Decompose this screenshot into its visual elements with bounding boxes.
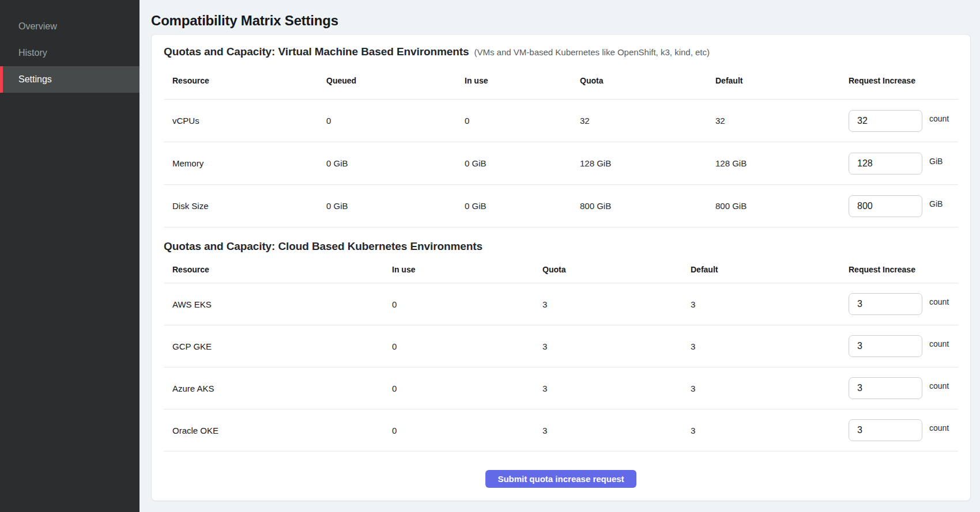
column-header-queued: Queued	[318, 76, 456, 85]
column-header-default: Default	[682, 265, 840, 274]
request-increase-cell: count	[840, 419, 958, 441]
quota-value: 32	[571, 116, 707, 126]
request-increase-cell: count	[840, 293, 958, 315]
vm-section-subtitle: (VMs and VM-based Kubernetes like OpenSh…	[474, 47, 710, 57]
main-content: Compatibility Matrix Settings Quotas and…	[140, 0, 980, 512]
quota-value: 128 GiB	[571, 158, 707, 168]
unit-label: GiB	[929, 157, 943, 166]
in-use-value: 0	[456, 116, 571, 126]
submit-row: Submit quota increase request	[164, 452, 958, 488]
quota-value: 3	[534, 426, 682, 435]
column-header-default: Default	[707, 76, 840, 85]
request-increase-cell: count	[840, 335, 958, 357]
vm-section-header: Quotas and Capacity: Virtual Machine Bas…	[164, 45, 958, 62]
cloud-table: Resource In use Quota Default Request In…	[164, 256, 958, 452]
column-header-request-increase: Request Increase	[840, 265, 958, 274]
in-use-value: 0	[383, 426, 534, 435]
request-increase-cell: count	[840, 377, 958, 399]
resource-label: vCPUs	[164, 116, 318, 126]
gcp-gke-request-input[interactable]	[849, 335, 922, 357]
sidebar: Overview History Settings	[0, 0, 140, 512]
unit-label: count	[929, 339, 949, 348]
table-row-azure-aks: Azure AKS 0 3 3 count	[164, 367, 958, 409]
resource-label: AWS EKS	[164, 299, 383, 309]
default-value: 128 GiB	[707, 158, 840, 168]
default-value: 3	[682, 384, 840, 393]
resource-label: Azure AKS	[164, 384, 383, 393]
oracle-oke-request-input[interactable]	[849, 419, 922, 441]
azure-aks-request-input[interactable]	[849, 377, 922, 399]
quotas-card: Quotas and Capacity: Virtual Machine Bas…	[151, 34, 971, 501]
table-row-aws-eks: AWS EKS 0 3 3 count	[164, 283, 958, 325]
table-row-gcp-gke: GCP GKE 0 3 3 count	[164, 325, 958, 367]
column-header-quota: Quota	[534, 265, 682, 274]
queued-value: 0 GiB	[318, 158, 456, 168]
request-increase-cell: GiB	[840, 153, 958, 175]
unit-label: count	[929, 297, 949, 306]
default-value: 800 GiB	[707, 201, 840, 211]
request-increase-cell: GiB	[840, 195, 958, 217]
column-header-in-use: In use	[383, 265, 534, 274]
table-row-vcpus: vCPUs 0 0 32 32 count	[164, 100, 958, 142]
vm-table-header: Resource Queued In use Quota Default Req…	[164, 62, 958, 100]
submit-quota-increase-button[interactable]: Submit quota increase request	[485, 470, 636, 488]
disk-size-request-input[interactable]	[849, 195, 922, 217]
aws-eks-request-input[interactable]	[849, 293, 922, 315]
memory-request-input[interactable]	[849, 153, 922, 175]
in-use-value: 0 GiB	[456, 158, 571, 168]
quota-value: 800 GiB	[571, 201, 707, 211]
default-value: 3	[682, 426, 840, 435]
column-header-resource: Resource	[164, 265, 383, 274]
in-use-value: 0 GiB	[456, 201, 571, 211]
default-value: 3	[682, 342, 840, 351]
column-header-in-use: In use	[456, 76, 571, 85]
cloud-section-header: Quotas and Capacity: Cloud Based Kuberne…	[164, 240, 958, 256]
quota-value: 3	[534, 299, 682, 309]
page-title: Compatibility Matrix Settings	[151, 13, 971, 29]
sidebar-nav: Overview History Settings	[0, 13, 140, 93]
quota-value: 3	[534, 342, 682, 351]
unit-label: GiB	[929, 199, 943, 208]
quota-value: 3	[534, 384, 682, 393]
sidebar-item-history[interactable]: History	[0, 40, 140, 66]
vm-section-title: Quotas and Capacity: Virtual Machine Bas…	[164, 45, 469, 58]
sidebar-item-overview[interactable]: Overview	[0, 13, 140, 40]
in-use-value: 0	[383, 342, 534, 351]
column-header-request-increase: Request Increase	[840, 76, 958, 85]
resource-label: GCP GKE	[164, 342, 383, 351]
queued-value: 0	[318, 116, 456, 126]
default-value: 3	[682, 299, 840, 309]
unit-label: count	[929, 114, 949, 123]
resource-label: Memory	[164, 158, 318, 168]
vm-table: Resource Queued In use Quota Default Req…	[164, 62, 958, 227]
vcpus-request-input[interactable]	[849, 110, 922, 132]
cloud-table-header: Resource In use Quota Default Request In…	[164, 256, 958, 283]
resource-label: Oracle OKE	[164, 426, 383, 435]
table-row-disk-size: Disk Size 0 GiB 0 GiB 800 GiB 800 GiB Gi…	[164, 185, 958, 227]
table-row-oracle-oke: Oracle OKE 0 3 3 count	[164, 409, 958, 452]
resource-label: Disk Size	[164, 201, 318, 211]
table-row-memory: Memory 0 GiB 0 GiB 128 GiB 128 GiB GiB	[164, 142, 958, 185]
in-use-value: 0	[383, 299, 534, 309]
request-increase-cell: count	[840, 110, 958, 132]
in-use-value: 0	[383, 384, 534, 393]
cloud-section-title: Quotas and Capacity: Cloud Based Kuberne…	[164, 240, 483, 253]
column-header-quota: Quota	[571, 76, 707, 85]
unit-label: count	[929, 381, 949, 390]
unit-label: count	[929, 423, 949, 433]
sidebar-item-settings[interactable]: Settings	[0, 66, 140, 93]
column-header-resource: Resource	[164, 76, 318, 85]
queued-value: 0 GiB	[318, 201, 456, 211]
default-value: 32	[707, 116, 840, 126]
